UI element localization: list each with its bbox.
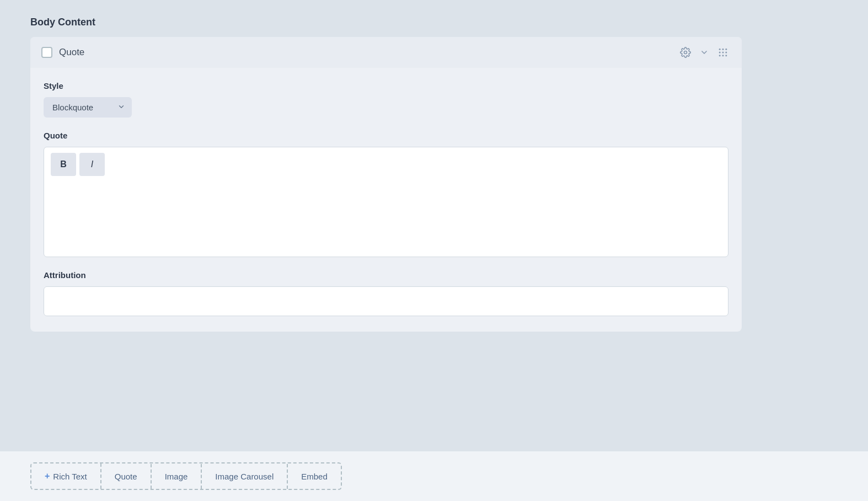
- add-image-carousel-button[interactable]: Image Carousel: [202, 464, 288, 489]
- quote-checkbox[interactable]: [41, 47, 52, 58]
- collapse-button[interactable]: [698, 46, 711, 59]
- plus-icon: +: [45, 471, 50, 481]
- svg-point-1: [719, 49, 721, 50]
- svg-point-6: [725, 52, 727, 54]
- svg-point-0: [684, 51, 687, 54]
- rich-text-label: Rich Text: [53, 472, 87, 481]
- quote-add-label: Quote: [115, 472, 137, 481]
- svg-point-9: [725, 55, 727, 56]
- quote-editor-content[interactable]: [44, 182, 728, 253]
- attribution-input[interactable]: [44, 286, 728, 316]
- svg-point-3: [725, 49, 727, 50]
- editor-toolbar: B I: [44, 147, 728, 182]
- page-wrapper: Body Content Quote: [0, 0, 868, 501]
- quote-label: Quote: [44, 131, 728, 140]
- svg-point-7: [719, 55, 721, 56]
- section-title: Body Content: [30, 17, 846, 28]
- image-carousel-add-label: Image Carousel: [215, 472, 274, 481]
- svg-point-5: [722, 52, 724, 54]
- gear-icon: [680, 47, 691, 58]
- add-embed-button[interactable]: Embed: [288, 464, 341, 489]
- add-rich-text-button[interactable]: + Rich Text: [31, 463, 101, 489]
- card-header-title: Quote: [59, 47, 84, 58]
- dots-icon: [717, 47, 728, 58]
- card-body: Style Blockquote Pullquote Standard Quot…: [30, 68, 742, 332]
- settings-button[interactable]: [678, 45, 693, 60]
- add-content-bar: + Rich Text Quote Image Image Carousel E…: [0, 451, 868, 501]
- chevron-down-icon: [700, 48, 709, 57]
- svg-point-8: [722, 55, 724, 56]
- body-content-card: Quote: [30, 37, 742, 332]
- svg-point-2: [722, 49, 724, 50]
- add-quote-button[interactable]: Quote: [101, 464, 152, 489]
- add-image-button[interactable]: Image: [152, 464, 202, 489]
- card-header: Quote: [30, 37, 742, 68]
- style-select[interactable]: Blockquote Pullquote Standard: [44, 97, 132, 118]
- bold-button[interactable]: B: [51, 153, 76, 176]
- quote-editor: B I: [44, 147, 728, 257]
- svg-point-4: [719, 52, 721, 54]
- add-content-buttons: + Rich Text Quote Image Image Carousel E…: [30, 462, 342, 490]
- card-header-actions: [678, 45, 731, 60]
- more-options-button[interactable]: [715, 45, 731, 60]
- style-select-wrapper: Blockquote Pullquote Standard: [44, 97, 132, 118]
- attribution-label: Attribution: [44, 270, 728, 280]
- embed-add-label: Embed: [301, 472, 328, 481]
- image-add-label: Image: [165, 472, 188, 481]
- card-header-left: Quote: [41, 47, 678, 58]
- italic-button[interactable]: I: [79, 153, 105, 176]
- style-label: Style: [44, 81, 728, 90]
